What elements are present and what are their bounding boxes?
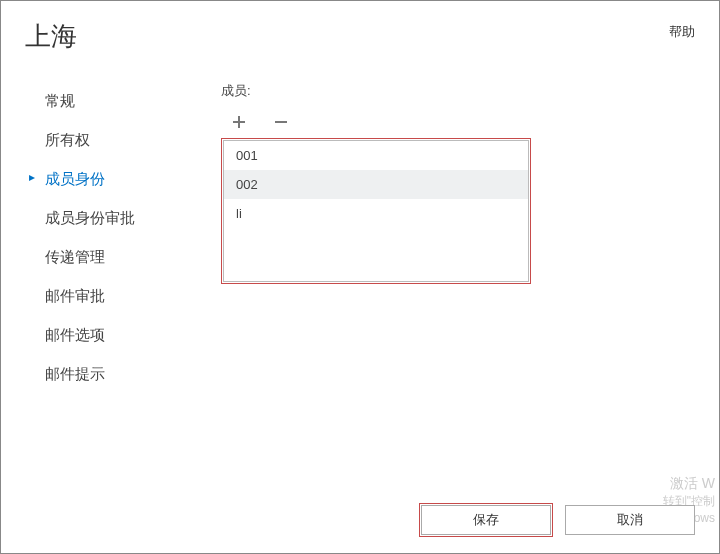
add-member-button[interactable] (227, 110, 251, 134)
header: 上海 帮助 (1, 1, 719, 64)
plus-icon (231, 114, 247, 130)
sidebar-item-ownership[interactable]: 所有权 (25, 121, 201, 160)
sidebar-item-membership-approval[interactable]: 成员身份审批 (25, 199, 201, 238)
sidebar-item-mail-tips[interactable]: 邮件提示 (25, 355, 201, 394)
sidebar-item-delivery-management[interactable]: 传递管理 (25, 238, 201, 277)
members-toolbar (221, 110, 719, 134)
sidebar-item-mail-options[interactable]: 邮件选项 (25, 316, 201, 355)
remove-member-button[interactable] (269, 110, 293, 134)
sidebar-item-general[interactable]: 常规 (25, 82, 201, 121)
page-title: 上海 (25, 19, 77, 54)
minus-icon (273, 114, 289, 130)
list-item[interactable]: 001 (224, 141, 528, 170)
footer-buttons: 保存 取消 (421, 505, 695, 535)
members-listbox-highlight: 001 002 li (221, 138, 531, 284)
cancel-button[interactable]: 取消 (565, 505, 695, 535)
save-button[interactable]: 保存 (421, 505, 551, 535)
sidebar-item-mail-approval[interactable]: 邮件审批 (25, 277, 201, 316)
main-panel: 成员: 001 002 li (201, 82, 719, 394)
members-listbox[interactable]: 001 002 li (223, 140, 529, 282)
list-item[interactable]: li (224, 199, 528, 228)
members-label: 成员: (221, 82, 719, 100)
list-item[interactable]: 002 (224, 170, 528, 199)
watermark-line: 激活 W (663, 474, 715, 494)
sidebar: 常规 所有权 成员身份 成员身份审批 传递管理 邮件审批 邮件选项 邮件提示 (1, 82, 201, 394)
help-link[interactable]: 帮助 (669, 23, 695, 41)
sidebar-item-membership[interactable]: 成员身份 (25, 160, 201, 199)
content: 常规 所有权 成员身份 成员身份审批 传递管理 邮件审批 邮件选项 邮件提示 成… (1, 64, 719, 394)
